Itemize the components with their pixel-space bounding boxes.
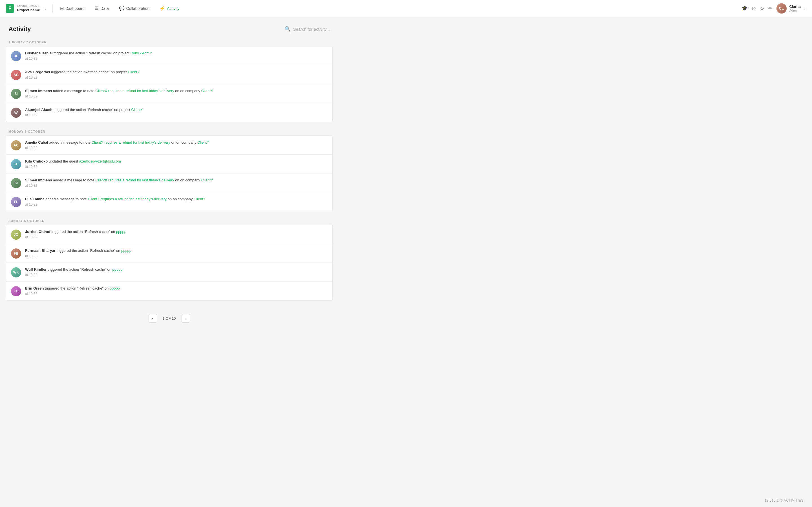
activity-content: Akumjeli Akuchi triggered the action "Re… — [25, 107, 327, 117]
action-link[interactable]: ppppp — [116, 230, 126, 234]
edit-icon[interactable]: ✏ — [768, 5, 772, 11]
next-page-button[interactable]: › — [182, 314, 190, 323]
user-avatar: CL — [776, 3, 786, 13]
person-name: Erin Green — [25, 286, 44, 290]
nav-label-activity: Activity — [167, 6, 179, 11]
person-name: Jurrien Oldhof — [25, 230, 50, 234]
person-name: Sijmen Immens — [25, 89, 52, 93]
user-name: Clarita — [790, 4, 801, 9]
user-avatar-placeholder: CL — [776, 3, 786, 13]
activity-text: Jurrien Oldhof triggered the action "Ref… — [25, 229, 327, 235]
footer-activity-count: 12,015,246 ACTIVITIES — [764, 499, 804, 503]
dashboard-icon: ⊞ — [60, 6, 64, 11]
activity-avatar: JO — [11, 230, 21, 240]
activity-content: Furmaan Bharyar triggered the action "Re… — [25, 248, 327, 258]
activity-time: at 10:32 — [25, 165, 327, 169]
action-link[interactable]: ppppp — [112, 267, 123, 272]
topbar-right: 🎓 ⊙ ⚙ ✏ CL Clarita Admin ⌄ — [742, 3, 806, 13]
activity-item: ACAmelia Cabal added a message to note C… — [6, 136, 333, 155]
app-logo: F — [6, 4, 14, 13]
activity-content: Wulf Kindler triggered the action "Refre… — [25, 267, 327, 277]
person-name: Amelia Cabal — [25, 140, 48, 145]
activity-card-0: DDDushane Daniel triggered the action "R… — [6, 46, 333, 122]
activity-time: at 10:32 — [25, 146, 327, 150]
person-name: Kita Chihoko — [25, 159, 48, 163]
activity-item: JOJurrien Oldhof triggered the action "R… — [6, 225, 333, 244]
main-nav: ⊞ Dashboard ☰ Data 💬 Collaboration ⚡ Act… — [56, 3, 742, 13]
activity-item: AAAkumjeli Akuchi triggered the action "… — [6, 103, 333, 122]
user-role: Admin — [790, 9, 801, 12]
activity-text: Erin Green triggered the action "Refresh… — [25, 286, 327, 291]
activity-time: at 10:32 — [25, 235, 327, 239]
activity-time: at 10:32 — [25, 273, 327, 277]
person-name: Dushane Daniel — [25, 51, 53, 55]
activity-text: Fua Lamba added a message to note Client… — [25, 196, 327, 202]
section-date-1: MONDAY 6 OCTOBER — [6, 130, 333, 133]
company-link[interactable]: ClientY — [201, 89, 213, 93]
action-link[interactable]: ppppp — [121, 248, 132, 252]
search-icon: 🔍 — [285, 26, 291, 32]
pagination-of: OF — [165, 316, 172, 321]
company-link[interactable]: ClientY — [194, 197, 206, 201]
nav-item-collaboration[interactable]: 💬 Collaboration — [114, 3, 154, 13]
action-link[interactable]: Roby - Admin — [130, 51, 152, 55]
company-link[interactable]: ClientY — [201, 178, 213, 182]
company-link[interactable]: ClientY — [197, 140, 209, 145]
activity-icon: ⚡ — [160, 6, 165, 11]
env-text: ENVIRONMENT Project name — [17, 5, 40, 12]
current-page: 1 — [163, 316, 165, 321]
nav-label-data: Data — [100, 6, 109, 11]
activity-content: Jurrien Oldhof triggered the action "Ref… — [25, 229, 327, 239]
activity-item: DDDushane Daniel triggered the action "R… — [6, 47, 333, 65]
activity-section-0: TUESDAY 7 OCTOBERDDDushane Daniel trigge… — [6, 41, 333, 122]
activity-avatar: FL — [11, 197, 21, 207]
person-name: Wulf Kindler — [25, 267, 47, 272]
env-section[interactable]: F ENVIRONMENT Project name ⌄ — [6, 4, 53, 13]
note-link[interactable]: ClientX requires a refund for last frida… — [95, 178, 174, 182]
note-link[interactable]: ClientX requires a refund for last frida… — [92, 140, 170, 145]
activity-item: KCKita Chihoko updated the guest azertfd… — [6, 155, 333, 173]
search-placeholder: Search for activity... — [293, 27, 330, 32]
activity-text: Furmaan Bharyar triggered the action "Re… — [25, 248, 327, 253]
action-link[interactable]: ClientY — [132, 108, 143, 112]
activity-avatar: WK — [11, 267, 21, 277]
user-section[interactable]: CL Clarita Admin ⌄ — [776, 3, 806, 13]
activity-content: Dushane Daniel triggered the action "Ref… — [25, 50, 327, 61]
person-name: Sijmen Immens — [25, 178, 52, 182]
note-link[interactable]: ClientX requires a refund for last frida… — [88, 197, 167, 201]
search-bar[interactable]: 🔍 Search for activity... — [285, 26, 330, 32]
section-date-2: SUNDAY 5 OCTOBER — [6, 219, 333, 223]
nav-item-dashboard[interactable]: ⊞ Dashboard — [56, 3, 89, 13]
graduation-icon[interactable]: 🎓 — [742, 5, 748, 11]
activity-avatar: AG — [11, 70, 21, 80]
main-content: Activity 🔍 Search for activity... TUESDA… — [0, 17, 338, 334]
nav-item-data[interactable]: ☰ Data — [90, 3, 113, 13]
user-chevron-icon: ⌄ — [804, 6, 806, 10]
activity-card-1: ACAmelia Cabal added a message to note C… — [6, 135, 333, 211]
action-link[interactable]: ClientY — [128, 70, 140, 74]
activity-avatar: AA — [11, 108, 21, 118]
activity-time: at 10:32 — [25, 113, 327, 117]
person-name: Akumjeli Akuchi — [25, 108, 54, 112]
settings-icon[interactable]: ⚙ — [760, 5, 764, 11]
activity-section-1: MONDAY 6 OCTOBERACAmelia Cabal added a m… — [6, 130, 333, 211]
activity-item: EGErin Green triggered the action "Refre… — [6, 282, 333, 300]
action-link[interactable]: ppppp — [110, 286, 120, 290]
activity-text: Dushane Daniel triggered the action "Ref… — [25, 50, 327, 56]
activity-item: FBFurmaan Bharyar triggered the action "… — [6, 244, 333, 263]
note-link[interactable]: ClientX requires a refund for last frida… — [95, 89, 174, 93]
activity-text: Ava Gregoraci triggered the action "Refr… — [25, 69, 327, 75]
activity-list: TUESDAY 7 OCTOBERDDDushane Daniel trigge… — [6, 41, 333, 300]
activity-content: Erin Green triggered the action "Refresh… — [25, 286, 327, 296]
activity-text: Amelia Cabal added a message to note Cli… — [25, 140, 327, 145]
activity-content: Sijmen Immens added a message to note Cl… — [25, 177, 327, 187]
nav-label-collaboration: Collaboration — [126, 6, 150, 11]
pagination-info: 1 OF 10 — [159, 316, 179, 321]
nav-item-activity[interactable]: ⚡ Activity — [155, 3, 184, 13]
action-link[interactable]: azertfdsq@zertgfdsd.com — [79, 159, 121, 163]
data-icon: ☰ — [95, 6, 99, 11]
activity-item: SISijmen Immens added a message to note … — [6, 84, 333, 103]
prev-page-button[interactable]: ‹ — [149, 314, 157, 323]
help-icon[interactable]: ⊙ — [752, 5, 756, 11]
activity-content: Fua Lamba added a message to note Client… — [25, 196, 327, 207]
